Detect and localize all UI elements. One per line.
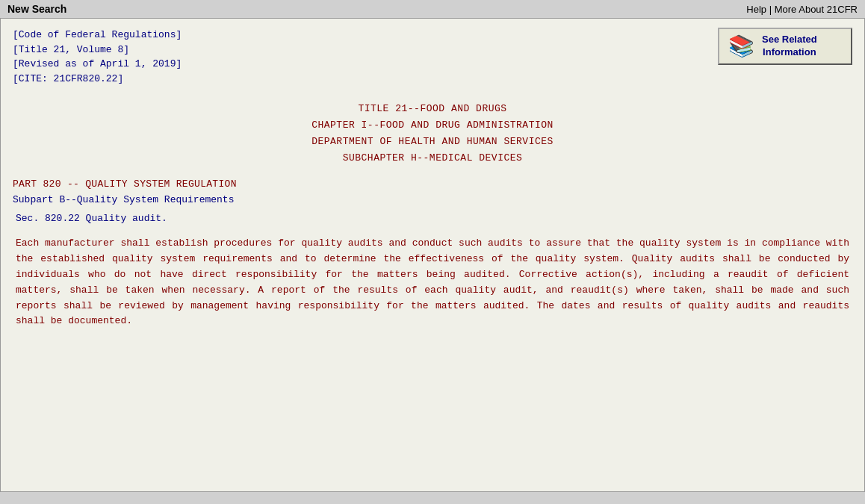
- content-area: [Code of Federal Regulations] [Title 21,…: [0, 18, 865, 492]
- title-line1: TITLE 21--FOOD AND DRUGS: [13, 101, 852, 117]
- title-line2: CHAPTER I--FOOD AND DRUG ADMINISTRATION: [13, 117, 852, 134]
- top-bar: New Search Help | More About 21CFR: [0, 0, 865, 18]
- related-line1: See Related: [762, 34, 817, 45]
- separator: |: [769, 4, 772, 15]
- citation-line2: [Title 21, Volume 8]: [13, 43, 182, 57]
- related-line2: Information: [763, 46, 816, 57]
- part-heading: PART 820 -- QUALITY SYSTEM REGULATION: [13, 178, 852, 190]
- citation-line1: [Code of Federal Regulations]: [13, 28, 182, 43]
- header-section: [Code of Federal Regulations] [Title 21,…: [13, 28, 852, 86]
- body-text: Each manufacturer shall establish proced…: [16, 236, 849, 329]
- title-block: TITLE 21--FOOD AND DRUGS CHAPTER I--FOOD…: [13, 101, 852, 167]
- title-line4: SUBCHAPTER H--MEDICAL DEVICES: [13, 150, 852, 167]
- section-heading: Sec. 820.22 Quality audit.: [16, 213, 852, 224]
- related-button-text: See Related Information: [762, 34, 817, 59]
- books-icon: 📚: [728, 36, 754, 57]
- citation-line4: [CITE: 21CFR820.22]: [13, 72, 182, 87]
- subpart-heading: Subpart B--Quality System Requirements: [13, 194, 852, 205]
- more-link[interactable]: More About 21CFR: [775, 4, 858, 15]
- new-search-link[interactable]: New Search: [7, 3, 66, 15]
- title-line3: DEPARTMENT OF HEALTH AND HUMAN SERVICES: [13, 134, 852, 150]
- help-link[interactable]: Help: [746, 4, 766, 15]
- citation-block: [Code of Federal Regulations] [Title 21,…: [13, 28, 182, 86]
- top-right-links: Help | More About 21CFR: [746, 4, 858, 15]
- see-related-button[interactable]: 📚 See Related Information: [718, 28, 852, 65]
- citation-line3: [Revised as of April 1, 2019]: [13, 57, 182, 72]
